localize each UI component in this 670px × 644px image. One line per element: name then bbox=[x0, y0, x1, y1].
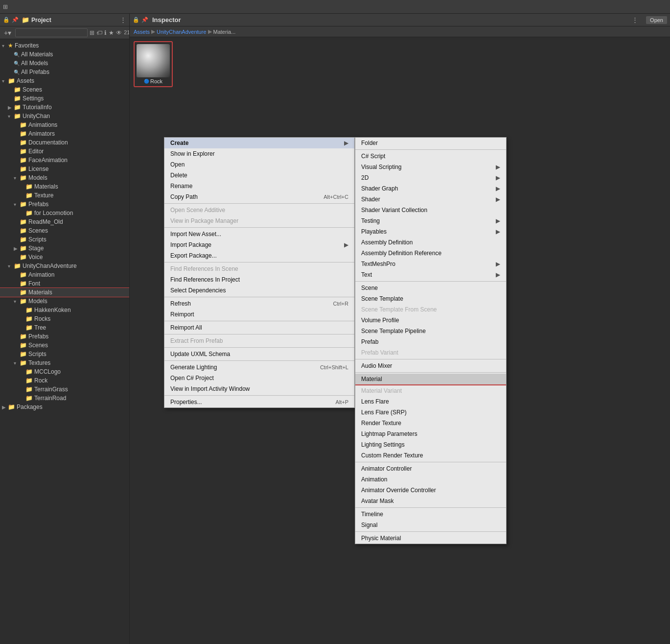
sub-render-texture[interactable]: Render Texture bbox=[355, 418, 506, 429]
sub-lens-flare-srp[interactable]: Lens Flare (SRP) bbox=[355, 407, 506, 418]
ctx-update-uxml[interactable]: Update UXML Schema bbox=[164, 349, 354, 359]
ctx-create[interactable]: Create ▶ bbox=[164, 138, 354, 148]
ctx-open[interactable]: Open bbox=[164, 159, 354, 170]
tree-terrainroad[interactable]: 📁 TerrainRoad bbox=[0, 394, 129, 403]
ctx-export-package[interactable]: Export Package... bbox=[164, 250, 354, 261]
sub-avatar-mask[interactable]: Avatar Mask bbox=[355, 496, 506, 506]
rock-material-item[interactable]: 🔵 Rock bbox=[134, 41, 173, 87]
sub-shader[interactable]: Shader ▶ bbox=[355, 194, 506, 205]
ctx-show-explorer[interactable]: Show in Explorer bbox=[164, 148, 354, 159]
ctx-import-package[interactable]: Import Package ▶ bbox=[164, 239, 354, 250]
ctx-copy-path[interactable]: Copy Path Alt+Ctrl+C bbox=[164, 191, 354, 202]
ctx-gen-lighting[interactable]: Generate Lighting Ctrl+Shift+L bbox=[164, 362, 354, 373]
ctx-select-deps[interactable]: Select Dependencies bbox=[164, 285, 354, 296]
lock-icon[interactable]: 🔒 bbox=[3, 17, 10, 23]
star-icon[interactable]: ★ bbox=[109, 29, 114, 36]
tree-mcclogo[interactable]: 📁 MCCLogo bbox=[0, 367, 129, 376]
tree-scenes-1[interactable]: 📁 Scenes bbox=[0, 85, 129, 94]
sub-prefab[interactable]: Prefab bbox=[355, 336, 506, 347]
search-input[interactable] bbox=[15, 28, 88, 37]
sub-testing[interactable]: Testing ▶ bbox=[355, 215, 506, 226]
ctx-refresh[interactable]: Refresh Ctrl+R bbox=[164, 298, 354, 309]
ctx-view-import[interactable]: View in Import Activity Window bbox=[164, 383, 354, 394]
tree-animators[interactable]: 📁 Animators bbox=[0, 129, 129, 138]
tree-textures[interactable]: ▾ 📁 Textures bbox=[0, 358, 129, 367]
inspector-lock-icon[interactable]: 🔒 bbox=[133, 17, 139, 23]
tree-unitychanadventure[interactable]: ▾ 📁 UnityChanAdventure bbox=[0, 262, 129, 270]
tree-packages[interactable]: ▶ 📁 Packages bbox=[0, 403, 129, 411]
sub-scene[interactable]: Scene bbox=[355, 283, 506, 293]
tree-animations[interactable]: 📁 Animations bbox=[0, 120, 129, 129]
tree-hakkenkoken[interactable]: 📁 HakkenKoken bbox=[0, 306, 129, 314]
sub-audio-mixer[interactable]: Audio Mixer bbox=[355, 360, 506, 371]
breadcrumb-assets[interactable]: Assets bbox=[134, 29, 150, 35]
sub-physic-material[interactable]: Physic Material bbox=[355, 533, 506, 544]
sub-animator-controller[interactable]: Animator Controller bbox=[355, 463, 506, 474]
layout-icon[interactable]: ⊞ bbox=[90, 29, 94, 36]
sub-material[interactable]: Material bbox=[355, 374, 506, 385]
sub-csharp[interactable]: C# Script bbox=[355, 151, 506, 162]
tree-rock[interactable]: 📁 Rock bbox=[0, 376, 129, 385]
tree-stage[interactable]: ▶ 📁 Stage bbox=[0, 244, 129, 253]
tree-texture[interactable]: 📁 Texture bbox=[0, 191, 129, 200]
tree-rocks[interactable]: 📁 Rocks bbox=[0, 314, 129, 323]
sub-shader-variant[interactable]: Shader Variant Collection bbox=[355, 205, 506, 215]
tree-assets[interactable]: ▾ 📁 Assets bbox=[0, 76, 129, 85]
tree-documentation[interactable]: 📁 Documentation bbox=[0, 138, 129, 147]
tree-unitychan[interactable]: ▾ 📁 UnityChan bbox=[0, 112, 129, 120]
ctx-reimport-all[interactable]: Reimport All bbox=[164, 322, 354, 333]
ctx-properties[interactable]: Properties... Alt+P bbox=[164, 397, 354, 407]
tree-favorites[interactable]: ▾ ★ Favorites bbox=[0, 41, 129, 50]
tree-scenes-2[interactable]: 📁 Scenes bbox=[0, 226, 129, 235]
sub-playables[interactable]: Playables ▶ bbox=[355, 226, 506, 237]
sub-lens-flare[interactable]: Lens Flare bbox=[355, 396, 506, 407]
pin-icon[interactable]: 📌 bbox=[12, 17, 19, 23]
tree-license[interactable]: 📁 License bbox=[0, 165, 129, 173]
ctx-delete[interactable]: Delete bbox=[164, 170, 354, 181]
tree-faceanimation[interactable]: 📁 FaceAnimation bbox=[0, 156, 129, 165]
ctx-open-csharp[interactable]: Open C# Project bbox=[164, 373, 354, 383]
project-tree[interactable]: ▾ ★ Favorites 🔍 All Materials 🔍 All Mode… bbox=[0, 39, 129, 644]
tree-models-uca[interactable]: ▾ 📁 Models bbox=[0, 297, 129, 306]
ctx-reimport[interactable]: Reimport bbox=[164, 309, 354, 320]
sub-textmeshpro[interactable]: TextMeshPro ▶ bbox=[355, 259, 506, 269]
tree-font[interactable]: 📁 Font bbox=[0, 279, 129, 288]
sub-scene-template[interactable]: Scene Template bbox=[355, 293, 506, 304]
eye-icon[interactable]: 👁 bbox=[116, 29, 122, 36]
sub-visual-scripting[interactable]: Visual Scripting ▶ bbox=[355, 162, 506, 172]
info-icon[interactable]: ℹ bbox=[104, 29, 107, 36]
tree-readme[interactable]: 📁 ReadMe_Old bbox=[0, 217, 129, 226]
sub-animator-override[interactable]: Animator Override Controller bbox=[355, 485, 506, 496]
ctx-import-new[interactable]: Import New Asset... bbox=[164, 229, 354, 239]
sub-lighting-settings[interactable]: Lighting Settings bbox=[355, 439, 506, 450]
inspector-pin-icon[interactable]: 📌 bbox=[141, 17, 148, 23]
tree-all-models[interactable]: 🔍 All Models bbox=[0, 59, 129, 68]
tree-materials-sub1[interactable]: 📁 Materials bbox=[0, 182, 129, 191]
tree-all-materials[interactable]: 🔍 All Materials bbox=[0, 50, 129, 59]
tree-editor[interactable]: 📁 Editor bbox=[0, 147, 129, 156]
add-button[interactable]: +▾ bbox=[2, 28, 13, 38]
bookmark-icon[interactable]: 🏷 bbox=[96, 29, 102, 36]
tree-scripts-1[interactable]: 📁 Scripts bbox=[0, 235, 129, 244]
tree-tutorialinfo[interactable]: ▶ 📁 TutorialInfo bbox=[0, 103, 129, 112]
tree-prefabs-1[interactable]: ▾ 📁 Prefabs bbox=[0, 200, 129, 209]
tree-all-prefabs[interactable]: 🔍 All Prefabs bbox=[0, 68, 129, 76]
sub-lightmap-params[interactable]: Lightmap Parameters bbox=[355, 429, 506, 439]
sub-animation[interactable]: Animation bbox=[355, 474, 506, 485]
tree-settings[interactable]: 📁 Settings bbox=[0, 94, 129, 103]
sub-text[interactable]: Text ▶ bbox=[355, 269, 506, 280]
tree-terraingras[interactable]: 📁 TerrainGrass bbox=[0, 385, 129, 394]
tree-tree-folder[interactable]: 📁 Tree bbox=[0, 323, 129, 332]
tree-animation-uca[interactable]: 📁 Animation bbox=[0, 270, 129, 279]
ctx-find-ref-project[interactable]: Find References In Project bbox=[164, 274, 354, 285]
tree-prefabs-uca[interactable]: 📁 Prefabs bbox=[0, 332, 129, 341]
tree-voice[interactable]: 📁 Voice bbox=[0, 253, 129, 262]
project-panel-dots[interactable]: ⋮ bbox=[120, 16, 126, 24]
inspector-dots[interactable]: ⋮ bbox=[632, 16, 638, 24]
sub-volume-profile[interactable]: Volume Profile bbox=[355, 315, 506, 326]
tree-materials-selected[interactable]: 📁 Materials bbox=[0, 288, 129, 297]
tree-models-1[interactable]: ▾ 📁 Models bbox=[0, 173, 129, 182]
sub-assembly-def-ref[interactable]: Assembly Definition Reference bbox=[355, 248, 506, 259]
sub-assembly-def[interactable]: Assembly Definition bbox=[355, 237, 506, 248]
sub-2d[interactable]: 2D ▶ bbox=[355, 172, 506, 183]
